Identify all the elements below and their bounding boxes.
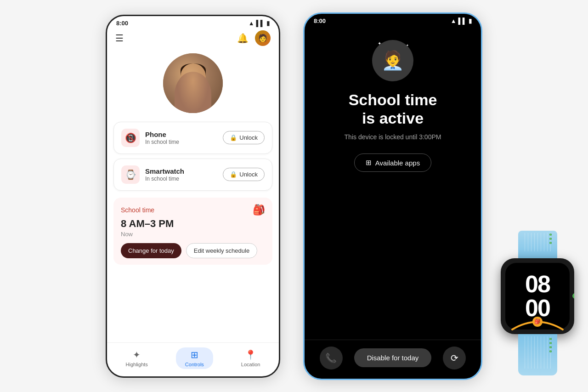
school-time-now: Now [121, 231, 265, 238]
person-silhouette [175, 72, 211, 113]
dark-bottom-bar: 📞 Disable for today ⟳ [305, 340, 481, 379]
signal-icon: ▌▌ [256, 20, 265, 27]
battery-icon-2: ▮ [469, 17, 472, 24]
watch-screen: 08 00 🎒 [505, 263, 570, 330]
band-dot [549, 233, 552, 236]
location-label: Location [241, 362, 260, 367]
wifi-icon-2: ▲ [451, 17, 457, 24]
band-dot [549, 242, 552, 244]
grid-icon: ⊞ [366, 159, 372, 167]
rotate-button[interactable]: ⟳ [443, 347, 466, 369]
band-dot-b1 [549, 338, 552, 340]
profile-avatar [163, 53, 223, 113]
school-time-label: School time [121, 206, 154, 214]
profile-pic-container [107, 49, 279, 119]
band-dot [549, 238, 552, 240]
available-apps-button[interactable]: ⊞ Available apps [354, 153, 431, 172]
edit-weekly-button[interactable]: Edit weekly schedule [186, 243, 257, 258]
profile-pic-inner [163, 53, 223, 113]
status-time-2: 8:00 [314, 17, 326, 24]
highlights-label: Highlights [126, 362, 148, 367]
nav-controls[interactable]: ⊞ Controls [176, 347, 213, 369]
phone-2: 8:00 ▲ ▌▌ ▮ 🧑‍💼 School timeis active [303, 12, 482, 380]
phone-device-status: In school time [145, 139, 217, 145]
band-dot-b2 [549, 342, 552, 344]
school-active-icon: 🧑‍💼 [372, 40, 413, 81]
smartwatch-device-name: Smartwatch [145, 167, 217, 175]
school-time-header: School time 🎒 [121, 204, 265, 216]
highlights-icon: ✦ [133, 349, 141, 360]
watch-body: 08 00 🎒 [501, 258, 574, 334]
watch-band-top [518, 231, 557, 258]
phone-unlock-button[interactable]: 🔒 Unlock [223, 131, 265, 144]
avatar[interactable]: 🧑 [255, 30, 271, 46]
phone-icon: 📵 [125, 132, 136, 143]
watch-green-dot [572, 293, 574, 299]
watch-band-bottom [518, 334, 557, 375]
notification-bell-icon[interactable]: 🔔 [237, 33, 249, 44]
right-side: 8:00 ▲ ▌▌ ▮ 🧑‍💼 School timeis active [303, 12, 482, 380]
controls-label: Controls [185, 362, 204, 367]
phone-device-info: Phone In school time [145, 131, 217, 145]
phone-device-icon: 📵 [121, 129, 140, 147]
watch-school-badge: 🎒 [532, 317, 543, 327]
smartwatch-device-icon: ⌚ [121, 165, 140, 184]
call-button[interactable]: 📞 [320, 347, 343, 369]
signal-icon-2: ▌▌ [458, 17, 467, 24]
phone-1: 8:00 ▲ ▌▌ ▮ ☰ 🔔 🧑 [106, 15, 280, 378]
bottom-nav: ✦ Highlights ⊞ Controls 📍 Location [107, 342, 279, 376]
location-icon: 📍 [245, 349, 256, 360]
smartwatch-device-status: In school time [145, 176, 217, 182]
band-dot-b4 [549, 350, 552, 352]
school-time-card: School time 🎒 8 AM–3 PM Now Change for t… [113, 198, 272, 265]
watch-school-icon: 🎒 [534, 318, 541, 324]
smartwatch-icon: ⌚ [125, 169, 136, 180]
status-time-1: 8:00 [116, 20, 128, 27]
phone-device-name: Phone [145, 131, 217, 138]
device-card-phone: 📵 Phone In school time 🔒 Unlock [113, 122, 272, 154]
school-time-buttons: Change for today Edit weekly schedule [121, 243, 265, 258]
watch-wrapper: 08 00 🎒 [501, 231, 574, 375]
watch-time-hours: 08 00 [525, 272, 550, 320]
status-icons-1: ▲ ▌▌ ▮ [249, 20, 270, 27]
wifi-icon: ▲ [249, 20, 254, 27]
phone-header: ☰ 🔔 🧑 [107, 28, 279, 49]
status-icons-2: ▲ ▌▌ ▮ [451, 17, 472, 24]
school-active-title: School timeis active [349, 91, 437, 128]
band-dot-b3 [549, 346, 552, 348]
battery-icon: ▮ [266, 20, 270, 27]
header-icons: 🔔 🧑 [237, 30, 271, 46]
school-red-icon: 🎒 [253, 204, 265, 216]
controls-icon: ⊞ [191, 349, 198, 360]
school-time-range: 8 AM–3 PM [121, 218, 265, 230]
device-card-smartwatch: ⌚ Smartwatch In school time 🔒 Unlock [113, 159, 272, 191]
nav-location[interactable]: 📍 Location [232, 347, 270, 369]
smartwatch-unlock-button[interactable]: 🔒 Unlock [223, 168, 265, 181]
lock-icon: 🔒 [230, 134, 237, 141]
call-icon: 📞 [325, 352, 337, 364]
rotate-icon: ⟳ [451, 352, 458, 364]
smartwatch-device-info: Smartwatch In school time [145, 167, 217, 182]
menu-icon[interactable]: ☰ [115, 33, 124, 44]
student-icon: 🧑‍💼 [381, 50, 404, 71]
status-bar-1: 8:00 ▲ ▌▌ ▮ [107, 16, 279, 28]
avatar-image: 🧑 [258, 34, 267, 42]
disable-today-button[interactable]: Disable for today [354, 348, 432, 367]
change-today-button[interactable]: Change for today [121, 243, 181, 258]
dark-content: 🧑‍💼 School timeis active This device is … [305, 26, 481, 340]
status-bar-2: 8:00 ▲ ▌▌ ▮ [305, 14, 481, 26]
lock-icon-2: 🔒 [230, 171, 237, 178]
nav-highlights[interactable]: ✦ Highlights [117, 347, 157, 369]
phones-row: 8:00 ▲ ▌▌ ▮ ☰ 🔔 🧑 [106, 12, 482, 380]
device-locked-text: This device is locked until 3:00PM [345, 133, 441, 141]
smartwatch-container: 08 00 🎒 [482, 231, 574, 375]
